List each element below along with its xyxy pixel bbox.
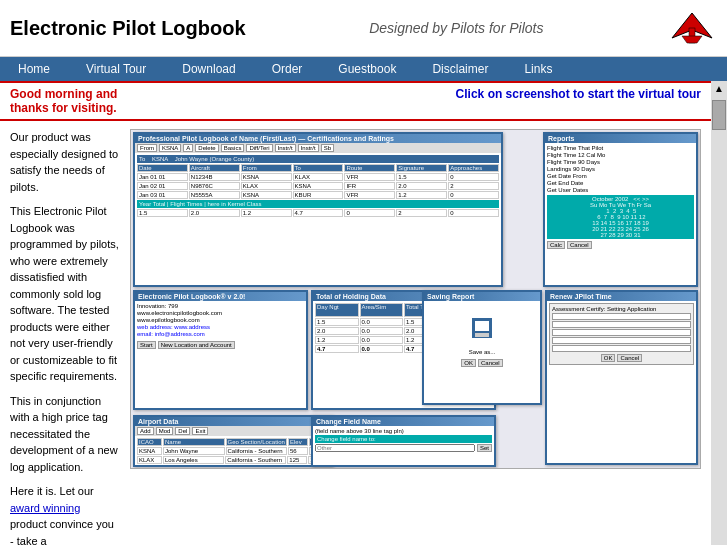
announcement-bar: Good morning and thanks for visiting. Cl… [0,81,711,121]
renew-input3 [552,329,691,336]
renew-input4 [552,337,691,344]
desc-p4-suffix: product convince you - take a [10,518,114,545]
renew-ok-btn[interactable]: OK [601,354,616,362]
btn-delete[interactable]: Delete [195,144,218,152]
col-aircraft: Aircraft [189,164,240,172]
scrollbar: ▲ ▼ [711,81,727,545]
airport-window: Airport Data Add Mod Del Exit ICAO Name … [133,415,333,467]
body-area: Our product was especially designed to s… [0,121,711,545]
airport-title: Airport Data [135,417,331,426]
renew-content: Assessment Certify: Setting Application … [547,301,696,369]
logbook-title-bar: Professional Pilot Logbook of Name (Firs… [135,134,501,143]
cancel-btn[interactable]: Cancel [567,241,592,249]
announcement-left: Good morning and thanks for visiting. [10,87,130,115]
logbook-to-bar: To KSNA John Wayne (Orange County) [137,155,499,163]
col-route: Route [344,164,395,172]
renew-input2 [552,321,691,328]
left-description: Our product was especially designed to s… [10,129,120,545]
logbook-window: Professional Pilot Logbook of Name (Firs… [133,132,503,287]
desc-p2: This Electronic Pilot Logbook was progra… [10,203,120,385]
airport-content: ICAO Name Geo Section/Location Elev Rwy … [135,436,331,467]
saving-report-icon [426,313,538,344]
logo-icon [667,8,717,48]
mod-btn[interactable]: Mod [156,427,174,435]
logbook-data-row1: Jan 01 01 N1234B KSNA KLAX VFR 1.5 0 [137,173,499,181]
btn-from[interactable]: From [137,144,157,152]
renew-cancel-btn[interactable]: Cancel [617,354,642,362]
scroll-up-btn[interactable]: ▲ [712,81,726,96]
logbook-content: To KSNA John Wayne (Orange County) Date … [135,153,501,220]
renew-input5 [552,345,691,352]
col-to: To [293,164,344,172]
calendar-buttons: Calc Cancel [547,241,694,249]
page-title: Electronic Pilot Logbook [10,17,246,40]
desc-p3: This in conjunction with a high price ta… [10,393,120,476]
airport-toolbar: Add Mod Del Exit [135,426,331,436]
logbook-header-row: Date Aircraft From To Route Signature Ap… [137,164,499,172]
page-header: Electronic Pilot Logbook Designed by Pil… [0,0,727,57]
set-btn[interactable]: Set [477,444,492,452]
reports-content: Flight Time That Pilot Flight Time 12 Ca… [545,143,696,251]
saving-report-window: Saving Report Save as... OK Cancel [422,290,542,405]
save-cancel-btn[interactable]: Cancel [478,359,503,367]
scroll-thumb[interactable] [712,100,726,130]
svg-rect-4 [475,321,489,331]
nav-download[interactable]: Download [164,57,253,81]
renew-title: Renew JPilot Time [547,292,696,301]
screenshots-section: Professional Pilot Logbook of Name (Firs… [130,129,701,545]
nav-guestbook[interactable]: Guestbook [320,57,414,81]
exit-btn[interactable]: Exit [192,427,208,435]
nav-order[interactable]: Order [254,57,321,81]
screenshot-collage[interactable]: Professional Pilot Logbook of Name (Firs… [130,129,701,469]
logbook-data-row2: Jan 02 01 N9876C KLAX KSNA IFR 2.0 2 [137,182,499,190]
award-link[interactable]: award winning [10,502,80,514]
btn-sb[interactable]: Sb [321,144,334,152]
svg-marker-2 [682,36,702,43]
nav-virtual-tour[interactable]: Virtual Tour [68,57,164,81]
renew-form: Assessment Certify: Setting Application … [549,303,694,365]
col-sig: Signature [396,164,447,172]
saving-report-btns: OK Cancel [426,359,538,367]
logbook-totals-row: 1.5 2.0 1.2 4.7 0 2 0 [137,209,499,217]
btn-ksna[interactable]: KSNA [159,144,181,152]
page-layout: Good morning and thanks for visiting. Cl… [0,81,727,545]
reports-window: Reports Flight Time That Pilot Flight Ti… [543,132,698,287]
change-field-row: Set [315,444,492,452]
del-btn[interactable]: Del [175,427,190,435]
desc-p1: Our product was especially designed to s… [10,129,120,195]
update-btn[interactable]: New Location and Account [158,341,235,349]
btn-instrt[interactable]: Instr/t [275,144,296,152]
change-field-prompt: Change field name to: [315,435,492,443]
nav-home[interactable]: Home [0,57,68,81]
change-field-input[interactable] [315,444,475,452]
add-btn[interactable]: Add [137,427,154,435]
info-content: Innovation: 799 www.electronicpilotlogbo… [135,301,306,351]
col-date: Date [137,164,188,172]
change-field-content: (field name above 30 line tag pln) Chang… [313,426,494,454]
renew-btns: OK Cancel [552,354,691,362]
page-subtitle: Designed by Pilots for Pilots [246,20,667,36]
svg-rect-5 [475,333,489,337]
logbook-data-row3: Jan 03 01 N5555A KSNA KBUR VFR 1.2 0 [137,191,499,199]
col-appr: Approaches [448,164,499,172]
info-buttons: Start New Location and Account [137,341,304,349]
change-field-window: Change Field Name (field name above 30 l… [311,415,496,467]
renew-input1 [552,313,691,320]
nav-bar: Home Virtual Tour Download Order Guestbo… [0,57,727,81]
reports-title-bar: Reports [545,134,696,143]
btn-difteri[interactable]: Diff/Teri [246,144,272,152]
info-window: Electronic Pilot Logbook® v 2.0! Innovat… [133,290,308,410]
saving-report-title: Saving Report [424,292,540,301]
oct-2002-calendar: October 2002 << >> Su Mo Tu We Th Fr Sa … [547,195,694,239]
save-ok-btn[interactable]: OK [461,359,476,367]
btn-instrt2[interactable]: Instr/t [298,144,319,152]
nav-disclaimer[interactable]: Disclaimer [414,57,506,81]
change-field-title: Change Field Name [313,417,494,426]
start-btn[interactable]: Start [137,341,156,349]
announcement-right: Click on screenshot to start the virtual… [130,87,701,115]
ok-btn[interactable]: Calc [547,241,565,249]
btn-basics[interactable]: Basics [221,144,245,152]
nav-links[interactable]: Links [506,57,570,81]
btn-a[interactable]: A [183,144,193,152]
main-content: Good morning and thanks for visiting. Cl… [0,81,711,545]
